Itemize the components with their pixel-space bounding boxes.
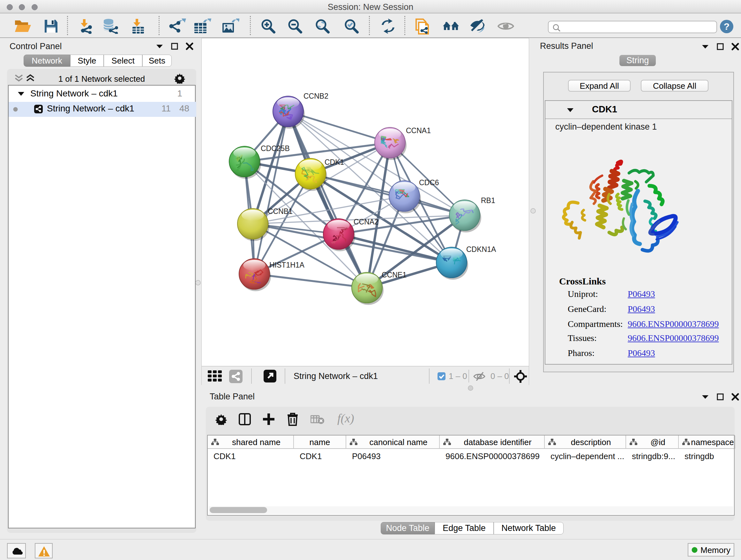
svg-text:CCNA1: CCNA1 bbox=[406, 126, 431, 135]
svg-text:HIST1H1A: HIST1H1A bbox=[269, 261, 305, 269]
svg-text:CCNA2: CCNA2 bbox=[354, 218, 379, 226]
svg-text:RB1: RB1 bbox=[481, 196, 495, 205]
svg-text:CDKN1A: CDKN1A bbox=[466, 245, 496, 253]
svg-text:CDC25B: CDC25B bbox=[261, 144, 290, 152]
svg-text:?: ? bbox=[724, 21, 730, 32]
svg-text:CCNE1: CCNE1 bbox=[382, 271, 407, 279]
svg-text:CDK1: CDK1 bbox=[325, 158, 344, 166]
svg-text:CCNB1: CCNB1 bbox=[268, 207, 293, 215]
svg-text:CCNB2: CCNB2 bbox=[304, 92, 328, 100]
svg-text:CDC6: CDC6 bbox=[419, 179, 439, 187]
